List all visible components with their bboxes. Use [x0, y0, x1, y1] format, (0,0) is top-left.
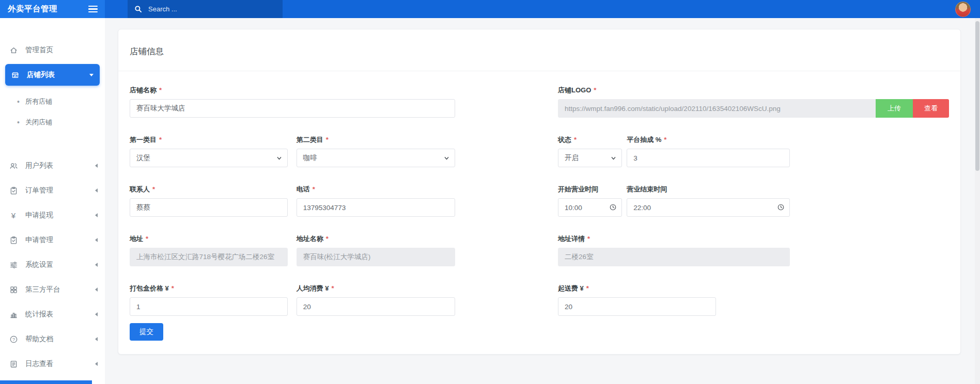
sidebar-item-application-management[interactable]: 申请管理: [0, 228, 105, 252]
avg-cost-label: 人均消费 ¥: [297, 284, 329, 292]
sidebar-subitem-all-shops[interactable]: • 所有店铺: [0, 91, 105, 112]
sidebar-item-dashboard[interactable]: 管理首页: [0, 38, 105, 62]
field-address-name: 地址名称*: [297, 234, 455, 266]
required-asterisk: *: [146, 235, 148, 243]
chevron-left-icon: [95, 188, 98, 193]
sidebar-item-label: 统计报表: [25, 310, 88, 319]
required-asterisk: *: [313, 185, 315, 193]
avg-cost-input[interactable]: [297, 297, 455, 316]
required-asterisk: *: [332, 284, 334, 292]
clock-icon: [609, 203, 617, 211]
close-time-label: 营业结束时间: [627, 185, 667, 193]
sidebar-item-help-docs[interactable]: ? 帮助文档: [0, 327, 105, 351]
view-button[interactable]: 查看: [913, 99, 949, 118]
box-price-input[interactable]: [130, 297, 288, 316]
submit-button[interactable]: 提交: [130, 323, 163, 341]
chevron-down-icon: [444, 155, 449, 161]
category2-label: 第二类目: [297, 136, 323, 143]
sidebar-item-user-list[interactable]: 用户列表: [0, 153, 105, 178]
page-scrollbar-thumb[interactable]: [975, 21, 979, 171]
shop-submenu: • 所有店铺 • 关闭店铺: [0, 87, 105, 153]
page-title: 店铺信息: [130, 46, 949, 57]
box-price-label: 打包盒价格 ¥: [130, 284, 169, 292]
category1-value: 汉堡: [136, 153, 150, 163]
category1-select[interactable]: 汉堡: [130, 149, 288, 167]
user-avatar[interactable]: [955, 2, 971, 17]
field-shop-name: 店铺名称*: [130, 86, 455, 118]
status-select[interactable]: 开启: [558, 149, 622, 167]
search-box[interactable]: [128, 0, 283, 18]
sidebar-subitem-closed-shops[interactable]: • 关闭店铺: [0, 112, 105, 133]
sidebar-item-label: 管理首页: [25, 45, 98, 55]
chevron-left-icon: [95, 213, 98, 217]
form-row-2: 第一类目* 汉堡 第二类目* 咖啡 状态*: [130, 135, 949, 167]
required-asterisk: *: [587, 235, 590, 243]
sidebar-item-label: 日志查看: [25, 359, 88, 369]
required-asterisk: *: [152, 185, 155, 193]
logo-input-group: 上传 查看: [558, 99, 949, 118]
search-input[interactable]: [148, 5, 276, 13]
hamburger-menu-icon[interactable]: [87, 4, 99, 14]
card-body: 店铺名称* 店铺LOGO* 上传 查看 第一: [118, 71, 960, 354]
app-title: 外卖平台管理: [8, 4, 57, 14]
required-asterisk: *: [159, 86, 162, 94]
sidebar-item-statistics[interactable]: 统计报表: [0, 302, 105, 327]
chevron-left-icon: [95, 238, 98, 242]
commission-input[interactable]: [627, 149, 790, 167]
address-name-label: 地址名称: [297, 235, 323, 243]
field-open-time: 开始营业时间: [558, 185, 622, 217]
address-detail-label: 地址详情: [558, 235, 585, 243]
sliders-icon: [9, 260, 18, 269]
address-label: 地址: [130, 235, 143, 243]
required-asterisk: *: [586, 284, 589, 292]
bar-chart-icon: [9, 310, 18, 319]
chevron-left-icon: [95, 164, 98, 168]
page-scrollbar-track[interactable]: [975, 18, 980, 384]
shop-info-card: 店铺信息 店铺名称* 店铺LOGO* 上传 查看: [118, 29, 961, 355]
field-close-time: 营业结束时间: [627, 185, 790, 217]
sidebar-item-log-viewer[interactable]: 日志查看: [0, 351, 105, 376]
contact-label: 联系人: [130, 185, 150, 193]
required-asterisk: *: [159, 136, 162, 143]
sidebar-subitem-label: 所有店铺: [25, 97, 52, 106]
document-lines-icon: [9, 359, 18, 369]
form-row-4: 地址* 地址名称* 地址详情*: [130, 234, 949, 266]
chevron-left-icon: [95, 312, 98, 316]
field-shop-logo: 店铺LOGO* 上传 查看: [558, 86, 949, 118]
grid-icon: [9, 285, 18, 294]
shop-logo-label: 店铺LOGO: [558, 86, 591, 94]
sidebar-item-label: 申请管理: [25, 235, 88, 245]
min-delivery-label: 起送费 ¥: [558, 284, 584, 292]
search-icon: [134, 5, 142, 13]
sidebar-item-label: 用户列表: [25, 161, 88, 170]
sidebar-item-label: 帮助文档: [25, 334, 88, 344]
sidebar-item-order-management[interactable]: 订单管理: [0, 178, 105, 203]
upload-button[interactable]: 上传: [876, 99, 913, 118]
field-status: 状态* 开启: [558, 135, 622, 167]
users-icon: [9, 161, 18, 170]
question-circle-icon: ?: [9, 334, 18, 344]
contact-input[interactable]: [130, 198, 288, 217]
required-asterisk: *: [172, 284, 174, 292]
min-delivery-input[interactable]: [558, 297, 716, 316]
address-name-input: [297, 248, 455, 266]
sidebar-bottom-strip: [0, 380, 92, 384]
sidebar-subitem-label: 关闭店铺: [25, 118, 52, 127]
sidebar-item-shop-list[interactable]: 店铺列表: [5, 64, 100, 86]
required-asterisk: *: [326, 235, 329, 243]
card-header: 店铺信息: [118, 29, 960, 71]
clipboard-check-icon: [9, 235, 18, 245]
yen-icon: ¥: [9, 211, 18, 220]
phone-input[interactable]: [297, 198, 455, 217]
close-time-input[interactable]: [627, 198, 790, 217]
field-avg-cost: 人均消费 ¥*: [297, 284, 455, 316]
clipboard-check-icon: [9, 186, 18, 195]
phone-label: 电话: [297, 185, 310, 193]
sidebar-item-label: 订单管理: [25, 186, 88, 195]
sidebar-item-system-settings[interactable]: 系统设置: [0, 252, 105, 277]
shop-name-input[interactable]: [130, 99, 455, 118]
category2-select[interactable]: 咖啡: [297, 149, 455, 167]
address-detail-input: [558, 248, 790, 266]
sidebar-item-withdraw-request[interactable]: ¥ 申请提现: [0, 203, 105, 228]
sidebar-item-third-party[interactable]: 第三方平台: [0, 277, 105, 302]
